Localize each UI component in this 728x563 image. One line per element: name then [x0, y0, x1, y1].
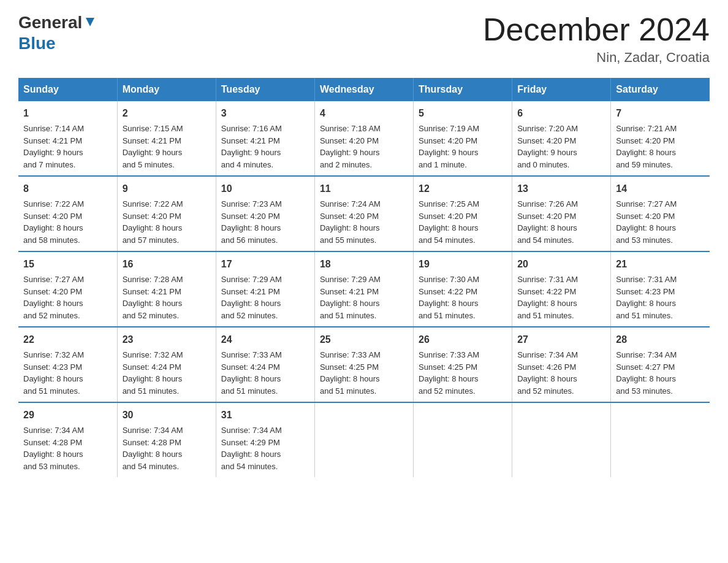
table-row [512, 402, 611, 477]
cell-content: Sunrise: 7:29 AMSunset: 4:21 PMDaylight:… [320, 275, 381, 320]
cell-content: Sunrise: 7:29 AMSunset: 4:21 PMDaylight:… [221, 275, 282, 320]
cell-content: Sunrise: 7:31 AMSunset: 4:22 PMDaylight:… [517, 275, 578, 320]
col-saturday: Saturday [611, 78, 710, 101]
cell-content: Sunrise: 7:22 AMSunset: 4:20 PMDaylight:… [123, 199, 183, 245]
table-row [611, 402, 710, 477]
day-number: 18 [320, 257, 408, 272]
logo-blue-text: Blue [18, 34, 56, 53]
table-row: 30 Sunrise: 7:34 AMSunset: 4:28 PMDaylig… [117, 402, 216, 477]
day-number: 31 [221, 408, 309, 423]
day-number: 14 [616, 182, 705, 196]
day-number: 27 [517, 332, 605, 347]
day-number: 30 [123, 408, 211, 423]
day-number: 7 [616, 106, 705, 121]
table-row: 12 Sunrise: 7:25 AMSunset: 4:20 PMDaylig… [414, 176, 512, 251]
cell-content: Sunrise: 7:33 AMSunset: 4:24 PMDaylight:… [221, 350, 282, 396]
day-number: 16 [123, 257, 211, 272]
day-number: 13 [517, 182, 605, 196]
day-number: 20 [517, 257, 605, 272]
day-number: 19 [419, 257, 507, 272]
table-row: 22 Sunrise: 7:32 AMSunset: 4:23 PMDaylig… [18, 327, 117, 402]
cell-content: Sunrise: 7:25 AMSunset: 4:20 PMDaylight:… [419, 199, 479, 245]
day-number: 24 [221, 332, 309, 347]
cell-content: Sunrise: 7:23 AMSunset: 4:20 PMDaylight:… [221, 199, 282, 245]
cell-content: Sunrise: 7:30 AMSunset: 4:22 PMDaylight:… [419, 275, 479, 320]
table-row: 5 Sunrise: 7:19 AMSunset: 4:20 PMDayligh… [414, 101, 512, 176]
day-number: 26 [419, 332, 507, 347]
cell-content: Sunrise: 7:33 AMSunset: 4:25 PMDaylight:… [320, 350, 381, 396]
cell-content: Sunrise: 7:32 AMSunset: 4:23 PMDaylight:… [23, 350, 84, 396]
logo: General Blue [18, 12, 97, 53]
cell-content: Sunrise: 7:34 AMSunset: 4:29 PMDaylight:… [221, 426, 282, 471]
table-row: 16 Sunrise: 7:28 AMSunset: 4:21 PMDaylig… [117, 251, 216, 327]
day-number: 12 [419, 182, 507, 196]
table-row: 8 Sunrise: 7:22 AMSunset: 4:20 PMDayligh… [18, 176, 117, 251]
day-number: 25 [320, 332, 408, 347]
cell-content: Sunrise: 7:32 AMSunset: 4:24 PMDaylight:… [123, 350, 183, 396]
logo-general-text: General [18, 12, 82, 33]
col-wednesday: Wednesday [314, 78, 413, 101]
day-number: 8 [23, 182, 112, 196]
day-number: 5 [419, 106, 507, 121]
table-row: 20 Sunrise: 7:31 AMSunset: 4:22 PMDaylig… [512, 251, 611, 327]
table-row: 4 Sunrise: 7:18 AMSunset: 4:20 PMDayligh… [314, 101, 413, 176]
table-row: 3 Sunrise: 7:16 AMSunset: 4:21 PMDayligh… [216, 101, 314, 176]
cell-content: Sunrise: 7:31 AMSunset: 4:23 PMDaylight:… [616, 275, 677, 320]
day-number: 10 [221, 182, 309, 196]
table-row: 31 Sunrise: 7:34 AMSunset: 4:29 PMDaylig… [216, 402, 314, 477]
cell-content: Sunrise: 7:27 AMSunset: 4:20 PMDaylight:… [616, 199, 677, 245]
calendar-week-row: 8 Sunrise: 7:22 AMSunset: 4:20 PMDayligh… [18, 176, 710, 251]
col-sunday: Sunday [18, 78, 117, 101]
logo-triangle-icon [83, 15, 97, 29]
page-header: General Blue December 2024 Nin, Zadar, C… [18, 12, 710, 66]
day-number: 21 [616, 257, 705, 272]
calendar-table: Sunday Monday Tuesday Wednesday Thursday… [18, 78, 710, 477]
table-row: 28 Sunrise: 7:34 AMSunset: 4:27 PMDaylig… [611, 327, 710, 402]
cell-content: Sunrise: 7:21 AMSunset: 4:20 PMDaylight:… [616, 124, 677, 169]
table-row: 21 Sunrise: 7:31 AMSunset: 4:23 PMDaylig… [611, 251, 710, 327]
month-title: December 2024 [483, 12, 710, 47]
calendar-week-row: 15 Sunrise: 7:27 AMSunset: 4:20 PMDaylig… [18, 251, 710, 327]
location: Nin, Zadar, Croatia [483, 50, 710, 66]
cell-content: Sunrise: 7:34 AMSunset: 4:27 PMDaylight:… [616, 350, 677, 396]
calendar-week-row: 29 Sunrise: 7:34 AMSunset: 4:28 PMDaylig… [18, 402, 710, 477]
title-block: December 2024 Nin, Zadar, Croatia [483, 12, 710, 66]
cell-content: Sunrise: 7:26 AMSunset: 4:20 PMDaylight:… [517, 199, 578, 245]
day-number: 28 [616, 332, 705, 347]
cell-content: Sunrise: 7:33 AMSunset: 4:25 PMDaylight:… [419, 350, 479, 396]
cell-content: Sunrise: 7:24 AMSunset: 4:20 PMDaylight:… [320, 199, 381, 245]
svg-marker-0 [86, 18, 94, 26]
calendar-week-row: 1 Sunrise: 7:14 AMSunset: 4:21 PMDayligh… [18, 101, 710, 176]
day-number: 17 [221, 257, 309, 272]
day-number: 1 [23, 106, 112, 121]
cell-content: Sunrise: 7:27 AMSunset: 4:20 PMDaylight:… [23, 275, 84, 320]
cell-content: Sunrise: 7:34 AMSunset: 4:28 PMDaylight:… [123, 426, 183, 471]
cell-content: Sunrise: 7:16 AMSunset: 4:21 PMDaylight:… [221, 124, 282, 169]
day-number: 11 [320, 182, 408, 196]
cell-content: Sunrise: 7:15 AMSunset: 4:21 PMDaylight:… [123, 124, 183, 169]
table-row: 26 Sunrise: 7:33 AMSunset: 4:25 PMDaylig… [414, 327, 512, 402]
calendar-week-row: 22 Sunrise: 7:32 AMSunset: 4:23 PMDaylig… [18, 327, 710, 402]
col-tuesday: Tuesday [216, 78, 314, 101]
cell-content: Sunrise: 7:22 AMSunset: 4:20 PMDaylight:… [23, 199, 84, 245]
col-friday: Friday [512, 78, 611, 101]
table-row: 9 Sunrise: 7:22 AMSunset: 4:20 PMDayligh… [117, 176, 216, 251]
day-number: 22 [23, 332, 112, 347]
table-row: 29 Sunrise: 7:34 AMSunset: 4:28 PMDaylig… [18, 402, 117, 477]
calendar-header-row: Sunday Monday Tuesday Wednesday Thursday… [18, 78, 710, 101]
table-row: 18 Sunrise: 7:29 AMSunset: 4:21 PMDaylig… [314, 251, 413, 327]
table-row: 19 Sunrise: 7:30 AMSunset: 4:22 PMDaylig… [414, 251, 512, 327]
day-number: 6 [517, 106, 605, 121]
day-number: 29 [23, 408, 112, 423]
cell-content: Sunrise: 7:34 AMSunset: 4:28 PMDaylight:… [23, 426, 84, 471]
table-row: 27 Sunrise: 7:34 AMSunset: 4:26 PMDaylig… [512, 327, 611, 402]
table-row: 17 Sunrise: 7:29 AMSunset: 4:21 PMDaylig… [216, 251, 314, 327]
cell-content: Sunrise: 7:28 AMSunset: 4:21 PMDaylight:… [123, 275, 183, 320]
day-number: 2 [123, 106, 211, 121]
day-number: 15 [23, 257, 112, 272]
day-number: 4 [320, 106, 408, 121]
table-row [414, 402, 512, 477]
table-row: 2 Sunrise: 7:15 AMSunset: 4:21 PMDayligh… [117, 101, 216, 176]
table-row: 1 Sunrise: 7:14 AMSunset: 4:21 PMDayligh… [18, 101, 117, 176]
table-row: 23 Sunrise: 7:32 AMSunset: 4:24 PMDaylig… [117, 327, 216, 402]
